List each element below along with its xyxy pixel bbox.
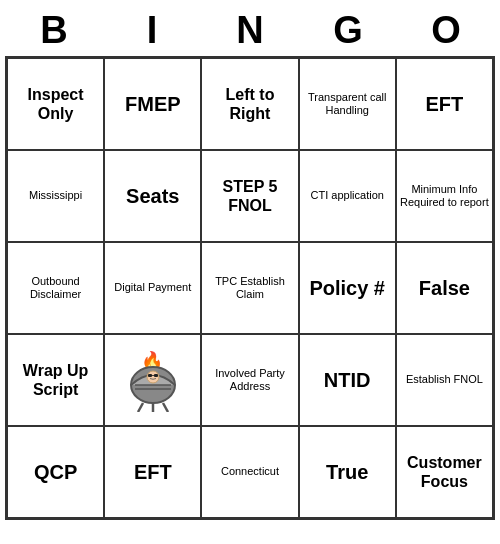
- bingo-cell-5[interactable]: Mississippi: [7, 150, 104, 242]
- cell-text-3: Transparent call Handling: [303, 91, 392, 117]
- bbq-grill-icon: 🔥: [123, 347, 183, 412]
- svg-rect-8: [148, 374, 152, 377]
- bingo-cell-7[interactable]: STEP 5 FNOL: [201, 150, 298, 242]
- cell-text-8: CTI application: [311, 189, 384, 202]
- cell-text-22: Connecticut: [221, 465, 279, 478]
- bingo-cell-15[interactable]: Wrap Up Script: [7, 334, 104, 426]
- bingo-cell-3[interactable]: Transparent call Handling: [299, 58, 396, 150]
- cell-text-13: Policy #: [309, 276, 385, 300]
- cell-text-14: False: [419, 276, 470, 300]
- bingo-cell-12[interactable]: TPC Establish Claim: [201, 242, 298, 334]
- cell-text-0: Inspect Only: [11, 85, 100, 123]
- bingo-cell-20[interactable]: QCP: [7, 426, 104, 518]
- bingo-cell-16[interactable]: 🔥: [104, 334, 201, 426]
- svg-line-4: [138, 403, 143, 412]
- bingo-cell-23[interactable]: True: [299, 426, 396, 518]
- header-b: B: [5, 6, 103, 56]
- bingo-cell-18[interactable]: NTID: [299, 334, 396, 426]
- header-g: G: [299, 6, 397, 56]
- bingo-cell-0[interactable]: Inspect Only: [7, 58, 104, 150]
- bingo-grid: Inspect OnlyFMEPLeft to RightTransparent…: [5, 56, 495, 520]
- svg-rect-9: [154, 374, 158, 377]
- bingo-cell-6[interactable]: Seats: [104, 150, 201, 242]
- bingo-cell-24[interactable]: Customer Focus: [396, 426, 493, 518]
- cell-text-9: Minimum Info Required to report: [400, 183, 489, 209]
- bingo-cell-10[interactable]: Outbound Disclaimer: [7, 242, 104, 334]
- cell-text-17: Involved Party Address: [205, 367, 294, 393]
- cell-text-6: Seats: [126, 184, 179, 208]
- cell-text-12: TPC Establish Claim: [205, 275, 294, 301]
- cell-text-4: EFT: [426, 92, 464, 116]
- cell-text-18: NTID: [324, 368, 371, 392]
- bingo-cell-13[interactable]: Policy #: [299, 242, 396, 334]
- bingo-cell-14[interactable]: False: [396, 242, 493, 334]
- cell-text-23: True: [326, 460, 368, 484]
- bingo-cell-11[interactable]: Digital Payment: [104, 242, 201, 334]
- cell-text-5: Mississippi: [29, 189, 82, 202]
- bingo-cell-17[interactable]: Involved Party Address: [201, 334, 298, 426]
- cell-text-21: EFT: [134, 460, 172, 484]
- bingo-cell-19[interactable]: Establish FNOL: [396, 334, 493, 426]
- cell-text-11: Digital Payment: [114, 281, 191, 294]
- cell-text-1: FMEP: [125, 92, 181, 116]
- cell-text-10: Outbound Disclaimer: [11, 275, 100, 301]
- cell-text-20: QCP: [34, 460, 77, 484]
- svg-point-7: [147, 371, 159, 383]
- header-o: O: [397, 6, 495, 56]
- header-n: N: [201, 6, 299, 56]
- bingo-cell-9[interactable]: Minimum Info Required to report: [396, 150, 493, 242]
- cell-text-7: STEP 5 FNOL: [205, 177, 294, 215]
- cell-text-15: Wrap Up Script: [11, 361, 100, 399]
- bingo-cell-1[interactable]: FMEP: [104, 58, 201, 150]
- cell-text-19: Establish FNOL: [406, 373, 483, 386]
- bingo-cell-8[interactable]: CTI application: [299, 150, 396, 242]
- cell-text-24: Customer Focus: [400, 453, 489, 491]
- bingo-cell-4[interactable]: EFT: [396, 58, 493, 150]
- bingo-cell-21[interactable]: EFT: [104, 426, 201, 518]
- svg-line-5: [163, 403, 168, 412]
- bingo-header: B I N G O: [5, 6, 495, 56]
- bingo-cell-2[interactable]: Left to Right: [201, 58, 298, 150]
- bingo-cell-22[interactable]: Connecticut: [201, 426, 298, 518]
- header-i: I: [103, 6, 201, 56]
- cell-text-2: Left to Right: [205, 85, 294, 123]
